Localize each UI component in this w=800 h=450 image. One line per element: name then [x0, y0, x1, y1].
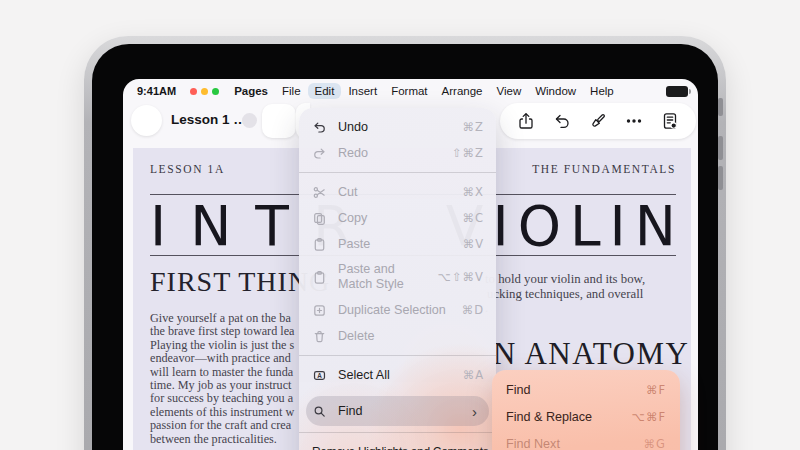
menu-item-shortcut: ⌘A	[455, 368, 484, 382]
menu-separator	[299, 432, 496, 433]
copy-icon	[312, 211, 329, 226]
format-brush-icon[interactable]	[588, 111, 608, 131]
menu-item-label: Duplicate Selection	[338, 303, 446, 317]
menu-item-shortcut: ⌘G	[636, 437, 666, 450]
body-text-line: to hold your violin and its bow,	[485, 272, 645, 287]
menu-item-shortcut: ⌘X	[455, 185, 484, 199]
menu-item-duplicate-selection[interactable]: Duplicate Selection⌘D	[299, 297, 496, 323]
menubar-item-arrange[interactable]: Arrange	[435, 83, 490, 99]
status-bar: 9:41AM PagesFileEditInsertFormatArrangeV…	[123, 79, 698, 103]
menu-item-paste[interactable]: Paste⌘V	[299, 231, 496, 257]
more-icon[interactable]	[624, 111, 644, 131]
menu-bar: PagesFileEditInsertFormatArrangeViewWind…	[227, 83, 621, 99]
document-title[interactable]: Lesson 1 …	[171, 112, 247, 127]
menu-item-shortcut: ⌘F	[638, 383, 666, 397]
status-time: 9:41AM	[137, 85, 176, 97]
edit-menu: Undo⌘ZRedo⇧⌘ZCut⌘XCopy⌘CPaste⌘VPaste and…	[299, 108, 496, 450]
find-submenu: Find⌘FFind & Replace⌥⌘FFind Next⌘G	[492, 370, 680, 450]
menu-item-find-next[interactable]: Find Next⌘G	[492, 430, 680, 450]
menu-item-select-all[interactable]: ASelect All⌘A	[299, 362, 496, 388]
menu-item-label: Remove Highlights and Comments	[312, 445, 488, 450]
menu-item-undo[interactable]: Undo⌘Z	[299, 114, 496, 140]
menu-item-label: Find Next	[506, 437, 560, 450]
title-dropdown-button[interactable]	[242, 113, 257, 128]
fundamentals-label: THE FUNDAMENTALS	[532, 163, 676, 175]
undo-arrow-icon[interactable]	[552, 111, 572, 131]
menu-item-find[interactable]: Find⌘F	[492, 376, 680, 403]
find-icon	[312, 404, 329, 419]
menu-item-copy[interactable]: Copy⌘C	[299, 205, 496, 231]
body-text-column: Give yourself a pat on the bathe brave f…	[150, 312, 295, 446]
body-text-line: .	[485, 301, 645, 316]
menu-item-label: Cut	[338, 185, 358, 199]
menu-item-label: Find	[338, 404, 363, 418]
menubar-item-view[interactable]: View	[489, 83, 528, 99]
paste-match-style-icon	[312, 270, 329, 285]
body-text-line: ucking techniques, and overall	[485, 287, 645, 302]
duplicate-icon	[312, 303, 329, 318]
document-options-icon[interactable]	[660, 111, 680, 131]
menu-separator	[299, 355, 496, 356]
menu-item-shortcut: ⌥⌘F	[624, 410, 666, 424]
body-text-line: time. My job as your instruct	[150, 379, 295, 392]
body-text-line: passion for the craft and crea	[150, 419, 295, 432]
body-text-line: between the practicalities.	[150, 433, 295, 446]
body-text-line: endeavor—with practice and	[150, 352, 295, 365]
window-controls	[190, 88, 219, 95]
menu-item-redo[interactable]: Redo⇧⌘Z	[299, 140, 496, 166]
menu-item-cut[interactable]: Cut⌘X	[299, 179, 496, 205]
table-of-contents-button[interactable]	[262, 104, 296, 138]
menu-item-remove-highlights-and-comments[interactable]: Remove Highlights and Comments	[299, 439, 496, 450]
body-text-line: Playing the violin is just the s	[150, 339, 295, 352]
ipad-device: 9:41AM PagesFileEditInsertFormatArrangeV…	[84, 36, 726, 450]
toolbar-actions	[500, 103, 696, 139]
body-text-line: the brave first step toward lea	[150, 325, 295, 338]
menu-item-shortcut: ⌥⇧⌘V	[430, 270, 484, 284]
volume-down-button[interactable]	[718, 166, 723, 190]
close-button[interactable]	[190, 88, 197, 95]
menu-item-label: Delete	[338, 329, 374, 343]
menubar-item-insert[interactable]: Insert	[341, 83, 384, 99]
menubar-item-pages[interactable]: Pages	[227, 83, 275, 99]
anatomy-heading: N ANATOMY	[493, 336, 689, 372]
menu-item-label: Copy	[338, 211, 367, 225]
ipad-screen: 9:41AM PagesFileEditInsertFormatArrangeV…	[123, 79, 698, 450]
menu-item-shortcut: ⌘Z	[455, 120, 484, 134]
menu-item-shortcut: ⌘D	[454, 303, 484, 317]
back-button[interactable]	[131, 105, 162, 136]
cut-icon	[312, 185, 329, 200]
submenu-chevron-icon: ›	[472, 404, 477, 419]
menu-item-label: Paste	[338, 237, 370, 251]
undo-icon	[312, 120, 329, 135]
volume-up-button[interactable]	[718, 136, 723, 160]
menu-item-label: Undo	[338, 120, 368, 134]
minimize-button[interactable]	[201, 88, 208, 95]
select-all-icon: A	[312, 368, 329, 383]
body-text-line: will learn to master the funda	[150, 366, 295, 379]
redo-icon	[312, 146, 329, 161]
menubar-item-edit[interactable]: Edit	[308, 83, 342, 99]
ipad-bezel: 9:41AM PagesFileEditInsertFormatArrangeV…	[92, 44, 718, 450]
menu-item-paste-and-match-style[interactable]: Paste and Match Style⌥⇧⌘V	[299, 257, 496, 297]
battery-icon	[666, 86, 688, 97]
body-text-line: Give yourself a pat on the ba	[150, 312, 295, 325]
menu-item-label: Find	[506, 383, 531, 397]
menu-separator	[299, 172, 496, 173]
share-icon[interactable]	[516, 111, 536, 131]
body-text-line: elements of this instrument w	[150, 406, 295, 419]
menu-item-find-replace[interactable]: Find & Replace⌥⌘F	[492, 403, 680, 430]
menu-item-shortcut: ⌘C	[454, 211, 484, 225]
menubar-item-format[interactable]: Format	[384, 83, 434, 99]
zoom-button[interactable]	[212, 88, 219, 95]
menubar-item-file[interactable]: File	[275, 83, 308, 99]
menu-item-label: Find & Replace	[506, 410, 592, 424]
delete-icon	[312, 329, 329, 344]
menu-item-delete[interactable]: Delete	[299, 323, 496, 349]
menubar-item-window[interactable]: Window	[528, 83, 583, 99]
menu-item-find[interactable]: Find›	[306, 396, 489, 426]
menubar-item-help[interactable]: Help	[583, 83, 621, 99]
menu-item-label: Paste and Match Style	[338, 262, 422, 292]
body-text-line: for success by teaching you a	[150, 392, 295, 405]
menu-item-label: Redo	[338, 146, 368, 160]
top-button[interactable]	[718, 98, 723, 116]
